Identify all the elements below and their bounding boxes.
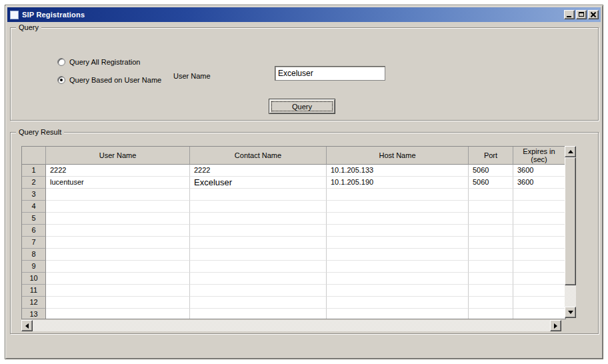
- table-cell[interactable]: [513, 285, 565, 297]
- table-row[interactable]: 4: [22, 201, 565, 213]
- table-cell[interactable]: [327, 189, 469, 201]
- table-row[interactable]: 13: [22, 309, 565, 319]
- table-cell[interactable]: [327, 297, 469, 309]
- table-cell[interactable]: lucentuser: [46, 177, 190, 189]
- column-header[interactable]: Contact Name: [190, 147, 327, 165]
- table-row[interactable]: 9: [22, 261, 565, 273]
- row-number-cell[interactable]: 13: [22, 309, 46, 319]
- close-button[interactable]: [588, 10, 599, 19]
- table-cell[interactable]: [513, 309, 565, 319]
- table-cell[interactable]: [469, 285, 513, 297]
- table-cell[interactable]: [46, 249, 190, 261]
- table-cell[interactable]: [327, 225, 469, 237]
- row-number-cell[interactable]: 5: [22, 213, 46, 225]
- column-header[interactable]: User Name: [46, 147, 190, 165]
- table-cell[interactable]: [513, 249, 565, 261]
- table-row[interactable]: 8: [22, 249, 565, 261]
- table-cell[interactable]: 2222: [190, 165, 327, 177]
- vertical-scrollbar-thumb[interactable]: [565, 157, 576, 285]
- table-row[interactable]: 5: [22, 213, 565, 225]
- row-number-cell[interactable]: 4: [22, 201, 46, 213]
- table-cell[interactable]: [46, 297, 190, 309]
- table-cell[interactable]: [46, 213, 190, 225]
- table-cell[interactable]: [469, 249, 513, 261]
- table-row[interactable]: 2lucentuserExceluser10.1.205.19050603600: [22, 177, 565, 189]
- table-cell[interactable]: [513, 201, 565, 213]
- radio-query-all-label[interactable]: Query All Registration: [69, 58, 140, 66]
- table-cell[interactable]: [190, 189, 327, 201]
- scroll-down-button[interactable]: [565, 307, 576, 318]
- vertical-scrollbar[interactable]: [565, 146, 576, 318]
- table-cell[interactable]: [190, 237, 327, 249]
- radio-query-all[interactable]: Query All Registration: [57, 57, 140, 66]
- table-cell[interactable]: [469, 237, 513, 249]
- table-cell[interactable]: [190, 309, 327, 319]
- radio-query-all-circle[interactable]: [57, 58, 65, 66]
- table-cell[interactable]: [46, 273, 190, 285]
- row-number-cell[interactable]: 10: [22, 273, 46, 285]
- table-cell[interactable]: [190, 213, 327, 225]
- maximize-button[interactable]: [576, 10, 587, 19]
- table-cell[interactable]: 5060: [469, 177, 513, 189]
- minimize-button[interactable]: [564, 10, 575, 19]
- table-cell[interactable]: [513, 273, 565, 285]
- table-cell[interactable]: [327, 237, 469, 249]
- table-cell[interactable]: [327, 285, 469, 297]
- table-cell[interactable]: [327, 201, 469, 213]
- table-cell[interactable]: [46, 309, 190, 319]
- table-row[interactable]: 11: [22, 285, 565, 297]
- table-cell[interactable]: [190, 225, 327, 237]
- table-cell[interactable]: [190, 297, 327, 309]
- table-cell[interactable]: [513, 225, 565, 237]
- column-header[interactable]: Expires in (sec): [513, 147, 565, 165]
- radio-query-user-label[interactable]: Query Based on User Name: [69, 76, 161, 84]
- table-cell[interactable]: [469, 273, 513, 285]
- user-name-input[interactable]: [275, 66, 385, 81]
- table-cell[interactable]: [513, 189, 565, 201]
- table-cell[interactable]: [327, 261, 469, 273]
- radio-query-user[interactable]: Query Based on User Name: [57, 75, 161, 84]
- row-number-cell[interactable]: 1: [22, 165, 46, 177]
- table-cell[interactable]: [469, 309, 513, 319]
- scroll-left-button[interactable]: [21, 320, 33, 331]
- table-cell[interactable]: [327, 249, 469, 261]
- table-cell[interactable]: [190, 201, 327, 213]
- scroll-right-button[interactable]: [550, 320, 561, 331]
- row-number-cell[interactable]: 6: [22, 225, 46, 237]
- table-cell[interactable]: Exceluser: [190, 177, 327, 189]
- table-cell[interactable]: [46, 225, 190, 237]
- column-header[interactable]: Port: [469, 147, 513, 165]
- table-row[interactable]: 6: [22, 225, 565, 237]
- column-header[interactable]: Host Name: [327, 147, 469, 165]
- table-cell[interactable]: [327, 213, 469, 225]
- table-cell[interactable]: [327, 273, 469, 285]
- table-cell[interactable]: [190, 261, 327, 273]
- table-row[interactable]: 10: [22, 273, 565, 285]
- table-cell[interactable]: [513, 297, 565, 309]
- query-button[interactable]: Query: [269, 99, 335, 114]
- table-cell[interactable]: [469, 297, 513, 309]
- table-cell[interactable]: [513, 213, 565, 225]
- row-number-cell[interactable]: 3: [22, 189, 46, 201]
- table-cell[interactable]: 10.1.205.133: [327, 165, 469, 177]
- table-row[interactable]: 3: [22, 189, 565, 201]
- scroll-up-button[interactable]: [565, 146, 576, 157]
- table-cell[interactable]: [46, 201, 190, 213]
- table-cell[interactable]: 3600: [513, 177, 565, 189]
- table-cell[interactable]: [513, 237, 565, 249]
- table-cell[interactable]: 10.1.205.190: [327, 177, 469, 189]
- table-cell[interactable]: [327, 309, 469, 319]
- table-cell[interactable]: [469, 261, 513, 273]
- table-cell[interactable]: [469, 225, 513, 237]
- table-cell[interactable]: [46, 285, 190, 297]
- table-cell[interactable]: [469, 213, 513, 225]
- table-cell[interactable]: 3600: [513, 165, 565, 177]
- table-cell[interactable]: [46, 189, 190, 201]
- row-number-cell[interactable]: 7: [22, 237, 46, 249]
- table-cell[interactable]: [46, 237, 190, 249]
- title-bar[interactable]: SIP Registrations: [7, 7, 601, 22]
- table-cell[interactable]: [469, 201, 513, 213]
- table-row[interactable]: 7: [22, 237, 565, 249]
- table-cell[interactable]: [190, 273, 327, 285]
- table-row[interactable]: 12: [22, 297, 565, 309]
